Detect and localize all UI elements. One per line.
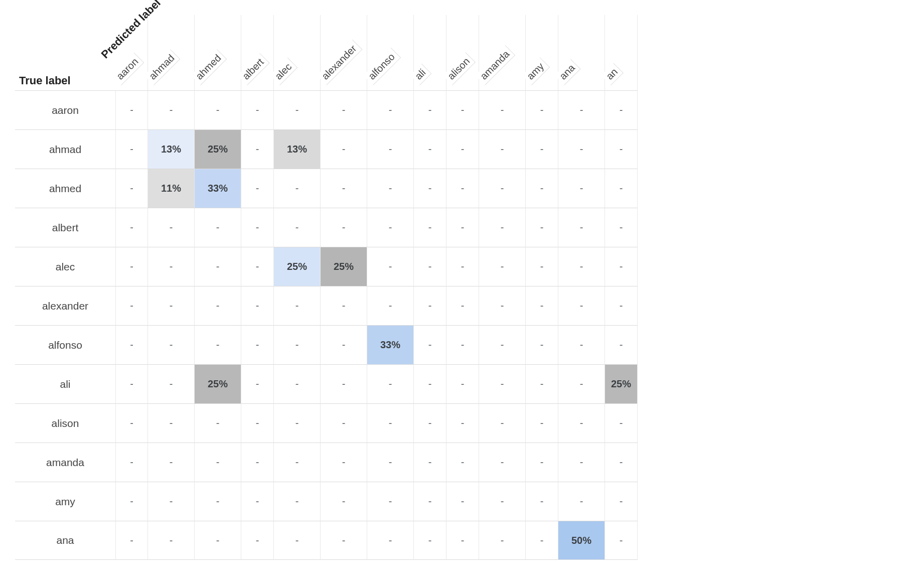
matrix-cell[interactable]: - (558, 208, 605, 247)
matrix-cell[interactable]: - (479, 129, 526, 169)
matrix-cell[interactable]: - (115, 364, 148, 403)
matrix-cell[interactable]: - (479, 169, 526, 208)
matrix-cell[interactable]: - (148, 90, 195, 129)
matrix-cell[interactable]: - (367, 364, 414, 403)
matrix-cell[interactable]: - (321, 482, 367, 521)
matrix-cell[interactable]: - (274, 325, 321, 364)
matrix-cell[interactable]: - (479, 208, 526, 247)
matrix-cell[interactable]: - (526, 364, 558, 403)
column-header[interactable]: aaron (115, 15, 148, 90)
column-header[interactable]: ahmad (148, 15, 195, 90)
matrix-cell[interactable]: - (241, 364, 274, 403)
row-header[interactable]: ahmad (15, 129, 115, 169)
matrix-cell[interactable]: - (446, 169, 479, 208)
matrix-cell[interactable]: - (195, 521, 241, 560)
matrix-cell[interactable]: - (414, 403, 446, 443)
matrix-cell[interactable]: - (195, 325, 241, 364)
matrix-cell[interactable]: - (367, 443, 414, 482)
matrix-cell[interactable]: - (446, 90, 479, 129)
matrix-cell[interactable]: - (241, 325, 274, 364)
matrix-cell[interactable]: - (558, 443, 605, 482)
matrix-cell[interactable]: - (526, 443, 558, 482)
matrix-cell[interactable]: - (148, 364, 195, 403)
matrix-cell[interactable]: - (321, 208, 367, 247)
matrix-cell[interactable]: - (274, 482, 321, 521)
matrix-cell[interactable]: - (446, 521, 479, 560)
matrix-cell[interactable]: - (321, 325, 367, 364)
matrix-cell[interactable]: - (274, 90, 321, 129)
matrix-cell[interactable]: - (605, 129, 638, 169)
matrix-cell[interactable]: - (148, 403, 195, 443)
matrix-cell[interactable]: - (115, 325, 148, 364)
matrix-cell[interactable]: - (321, 169, 367, 208)
matrix-cell[interactable]: - (241, 90, 274, 129)
matrix-cell[interactable]: - (148, 482, 195, 521)
matrix-cell[interactable]: - (558, 169, 605, 208)
matrix-cell[interactable]: - (446, 443, 479, 482)
matrix-cell[interactable]: - (195, 286, 241, 325)
matrix-cell[interactable]: - (558, 403, 605, 443)
matrix-cell[interactable]: - (414, 443, 446, 482)
matrix-cell[interactable]: 25% (274, 247, 321, 286)
matrix-cell[interactable]: - (414, 521, 446, 560)
matrix-cell[interactable]: - (558, 286, 605, 325)
matrix-cell[interactable]: - (321, 129, 367, 169)
matrix-cell[interactable]: - (479, 325, 526, 364)
matrix-cell[interactable]: - (526, 208, 558, 247)
matrix-cell[interactable]: - (195, 443, 241, 482)
matrix-cell[interactable]: - (414, 364, 446, 403)
matrix-cell[interactable]: - (148, 286, 195, 325)
column-header[interactable]: amy (526, 15, 558, 90)
matrix-cell[interactable]: - (414, 482, 446, 521)
matrix-cell[interactable]: - (148, 443, 195, 482)
matrix-cell[interactable]: - (605, 247, 638, 286)
matrix-cell[interactable]: - (446, 325, 479, 364)
row-header[interactable]: alfonso (15, 325, 115, 364)
matrix-cell[interactable]: - (274, 403, 321, 443)
matrix-cell[interactable]: - (321, 286, 367, 325)
matrix-cell[interactable]: - (479, 521, 526, 560)
matrix-cell[interactable]: - (274, 521, 321, 560)
matrix-cell[interactable]: - (274, 169, 321, 208)
matrix-cell[interactable]: - (479, 443, 526, 482)
matrix-cell[interactable]: 25% (321, 247, 367, 286)
matrix-cell[interactable]: - (241, 482, 274, 521)
matrix-cell[interactable]: - (148, 521, 195, 560)
matrix-cell[interactable]: - (321, 364, 367, 403)
row-header[interactable]: amy (15, 482, 115, 521)
row-header[interactable]: ahmed (15, 169, 115, 208)
matrix-cell[interactable]: - (526, 286, 558, 325)
matrix-cell[interactable]: - (367, 129, 414, 169)
matrix-cell[interactable]: - (414, 90, 446, 129)
matrix-cell[interactable]: - (367, 247, 414, 286)
matrix-cell[interactable]: - (526, 90, 558, 129)
matrix-cell[interactable]: - (605, 325, 638, 364)
column-header[interactable]: an (605, 15, 638, 90)
matrix-cell[interactable]: - (274, 208, 321, 247)
column-header[interactable]: alfonso (367, 15, 414, 90)
matrix-cell[interactable]: - (605, 443, 638, 482)
matrix-cell[interactable]: - (274, 286, 321, 325)
matrix-cell[interactable]: 25% (195, 364, 241, 403)
row-header[interactable]: ali (15, 364, 115, 403)
matrix-cell[interactable]: - (115, 521, 148, 560)
matrix-cell[interactable]: - (414, 325, 446, 364)
matrix-cell[interactable]: - (241, 129, 274, 169)
matrix-cell[interactable]: - (605, 286, 638, 325)
matrix-cell[interactable]: - (446, 482, 479, 521)
matrix-cell[interactable]: - (367, 169, 414, 208)
matrix-cell[interactable]: - (479, 482, 526, 521)
matrix-cell[interactable]: - (414, 286, 446, 325)
matrix-cell[interactable]: - (241, 286, 274, 325)
matrix-cell[interactable]: - (274, 364, 321, 403)
matrix-cell[interactable]: - (148, 325, 195, 364)
row-header[interactable]: amanda (15, 443, 115, 482)
matrix-cell[interactable]: - (115, 286, 148, 325)
matrix-cell[interactable]: - (115, 443, 148, 482)
matrix-cell[interactable]: - (195, 482, 241, 521)
matrix-cell[interactable]: - (241, 247, 274, 286)
matrix-cell[interactable]: - (115, 482, 148, 521)
row-header[interactable]: albert (15, 208, 115, 247)
matrix-cell[interactable]: - (241, 443, 274, 482)
matrix-cell[interactable]: 13% (274, 129, 321, 169)
